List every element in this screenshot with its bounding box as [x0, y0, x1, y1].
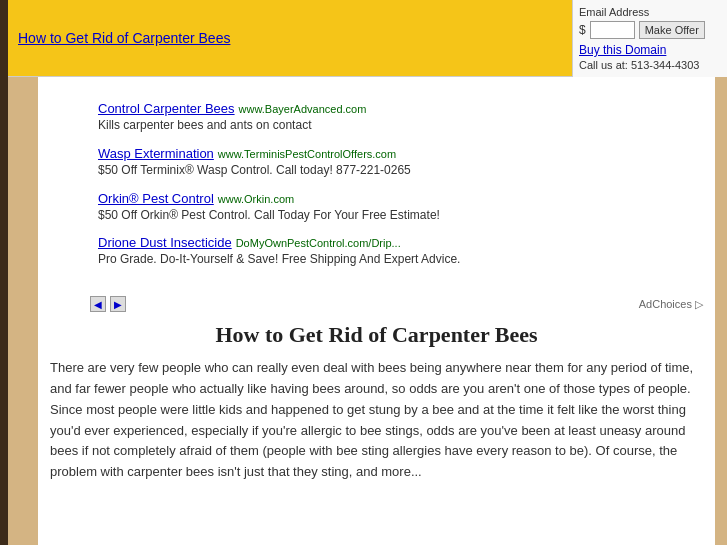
left-border	[0, 0, 8, 545]
ad-description: Kills carpenter bees and ants on contact	[98, 117, 695, 134]
ad-url: www.TerminisPestControlOffers.com	[218, 148, 396, 160]
page-content: Control Carpenter Beeswww.BayerAdvanced.…	[38, 77, 715, 545]
ad-title-link[interactable]: Control Carpenter Bees	[98, 101, 235, 116]
email-address-label: Email Address	[579, 6, 721, 18]
price-row: $ Make Offer	[579, 21, 721, 39]
ad-title-link[interactable]: Wasp Extermination	[98, 146, 214, 161]
right-sidebar	[715, 77, 727, 545]
buy-domain-link[interactable]: Buy this Domain	[579, 43, 721, 57]
ads-container: Control Carpenter Beeswww.BayerAdvanced.…	[90, 93, 703, 288]
ad-url: www.Orkin.com	[218, 193, 294, 205]
left-sidebar	[8, 77, 38, 545]
ad-url: DoMyOwnPestControl.com/Drip...	[236, 237, 401, 249]
make-offer-button[interactable]: Make Offer	[639, 21, 705, 39]
ad-title-link[interactable]: Drione Dust Insecticide	[98, 235, 232, 250]
ad-nav-row: ◀ ▶ AdChoices ▷	[90, 296, 703, 312]
call-us-label: Call us at: 513-344-4303	[579, 59, 699, 71]
ad-description: $50 Off Terminix® Wasp Control. Call tod…	[98, 162, 695, 179]
content-area: Control Carpenter Beeswww.BayerAdvanced.…	[8, 77, 727, 545]
ad-item: Control Carpenter Beeswww.BayerAdvanced.…	[98, 101, 695, 134]
domain-purchase-panel: Email Address $ Make Offer Buy this Doma…	[572, 0, 727, 77]
dollar-sign: $	[579, 23, 586, 37]
price-input[interactable]	[590, 21, 635, 39]
ad-prev-button[interactable]: ◀	[90, 296, 106, 312]
adchoices-label: AdChoices ▷	[639, 298, 703, 311]
article-title: How to Get Rid of Carpenter Bees	[50, 322, 703, 348]
ad-next-button[interactable]: ▶	[110, 296, 126, 312]
article-body: There are very few people who can really…	[50, 358, 703, 483]
ad-description: $50 Off Orkin® Pest Control. Call Today …	[98, 207, 695, 224]
ad-item: Orkin® Pest Controlwww.Orkin.com$50 Off …	[98, 191, 695, 224]
main-wrapper: How to Get Rid of Carpenter Bees Email A…	[8, 0, 727, 545]
header-title-link[interactable]: How to Get Rid of Carpenter Bees	[18, 30, 230, 46]
ad-item: Wasp Exterminationwww.TerminisPestContro…	[98, 146, 695, 179]
ad-url: www.BayerAdvanced.com	[239, 103, 367, 115]
ad-item: Drione Dust InsecticideDoMyOwnPestContro…	[98, 235, 695, 268]
header-bar: How to Get Rid of Carpenter Bees	[8, 0, 572, 77]
ad-title-link[interactable]: Orkin® Pest Control	[98, 191, 214, 206]
ad-description: Pro Grade. Do-It-Yourself & Save! Free S…	[98, 251, 695, 268]
